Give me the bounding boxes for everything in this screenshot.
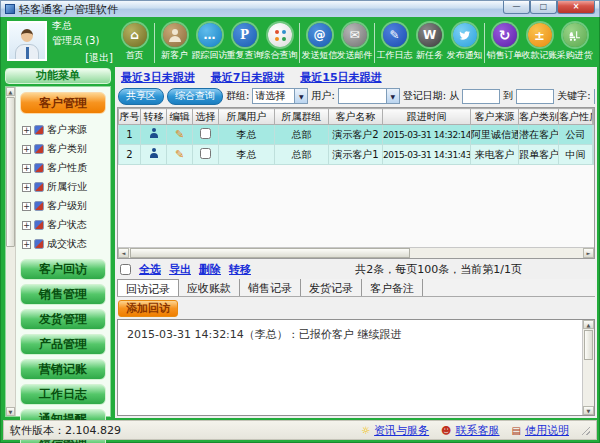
close-button[interactable]: × [557,1,595,14]
tree-item-deal-status[interactable]: + 成交状态 [22,237,106,251]
toolbar-new-task[interactable]: W 新任务 [412,23,447,62]
date-from-input[interactable] [462,89,500,104]
scroll-left-icon[interactable]: ◄ [118,248,129,258]
toolbar-multi-query[interactable]: 综合查询 [262,23,297,62]
col-category[interactable]: 客户类别 [519,109,559,125]
export-link[interactable]: 导出 [169,262,191,277]
sidebar-button-shipping-mgmt[interactable]: 发货管理 [20,309,106,330]
toolbar-home[interactable]: ⌂ 首页 [117,23,152,62]
col-owner[interactable]: 所属用户 [219,109,275,125]
col-no[interactable]: 序号 [119,109,141,125]
tree-item-customer-status[interactable]: + 客户状态 [22,218,106,232]
sidebar-scrollbar[interactable]: ▲ ▼ [6,87,16,416]
maximize-button[interactable]: □ [530,1,557,14]
manual-link[interactable]: 使用说明 [525,423,569,438]
col-edit[interactable]: 编辑 [167,109,193,125]
scroll-down-icon[interactable]: ▼ [6,407,15,416]
expand-icon[interactable]: + [22,221,31,230]
tree-item-industry[interactable]: + 所属行业 [22,180,106,194]
expand-icon[interactable]: + [22,126,31,135]
toolbar-work-log[interactable]: ✎ 工作日志 [377,23,412,62]
expand-icon[interactable]: + [22,202,31,211]
expand-icon[interactable]: + [22,240,31,249]
toolbar-new-customer[interactable]: 新客户 [157,23,192,62]
user-select[interactable]: ▼ [338,88,400,104]
multi-query-button[interactable]: 综合查询 [167,88,223,105]
scrollbar-thumb[interactable] [584,330,593,360]
col-source[interactable]: 客户来源 [471,109,519,125]
scroll-down-icon[interactable]: ▼ [583,406,594,415]
group-select[interactable]: 请选择 ▼ [252,88,308,104]
toolbar-send-sms[interactable]: @ 发送短信 [302,23,337,62]
transfer-icon[interactable] [149,128,159,139]
scrollbar-thumb[interactable] [6,97,15,247]
row-checkbox[interactable] [200,148,211,159]
scrollbar-track[interactable] [583,361,594,406]
col-select[interactable]: 选择 [193,109,219,125]
scroll-up-icon[interactable]: ▲ [583,320,594,329]
edit-icon[interactable]: ✎ [175,128,184,141]
tree-item-customer-level[interactable]: + 客户级别 [22,199,106,213]
col-group[interactable]: 所属群组 [275,109,329,125]
tree-item-customer-nature[interactable]: + 客户性质 [22,161,106,175]
keyword-input[interactable] [594,89,595,104]
edit-icon[interactable]: ✎ [175,148,184,161]
transfer-link[interactable]: 转移 [229,262,251,277]
scrollbar-thumb[interactable] [130,248,410,258]
sidebar-button-product-mgmt[interactable]: 产品管理 [20,334,106,355]
scroll-right-icon[interactable]: ► [583,248,594,258]
logout-link[interactable]: [退出] [85,51,113,65]
toolbar-publish-notice[interactable]: 发布通知 [447,23,482,62]
visit-note-text: 2015-03-31 14:32:14（李总）：已报价客户 继续跟进 [118,320,582,415]
info-service-link[interactable]: 资讯与服务 [374,423,429,438]
vertical-scrollbar[interactable]: ▲ ▼ [582,320,594,415]
transfer-icon[interactable] [149,148,159,159]
scrollbar-track[interactable] [6,248,15,407]
toolbar-purchase[interactable]: 采购进货 [557,23,592,62]
select-all-checkbox[interactable] [120,264,131,275]
sidebar-button-marketing-account[interactable]: 营销记账 [20,359,106,380]
scrollbar-track[interactable] [411,248,583,258]
select-all-link[interactable]: 全选 [139,262,161,277]
link-15days-unfollowed[interactable]: 最近15日未跟进 [300,70,381,85]
toolbar-follow-visit[interactable]: … 跟踪回访 [192,23,227,62]
minimize-button[interactable]: — [503,1,530,14]
sidebar-button-customer-visit[interactable]: 客户回访 [20,259,106,280]
toolbar-sales-order[interactable]: ↻ 销售订单 [487,23,522,62]
expand-icon[interactable]: + [22,164,31,173]
link-3days-unfollowed[interactable]: 最近3日未跟进 [121,70,195,85]
resize-grip[interactable] [581,426,590,435]
col-transfer[interactable]: 转移 [141,109,167,125]
col-follow-time[interactable]: 跟进时间 [383,109,471,125]
date-to-input[interactable] [516,89,554,104]
expand-icon[interactable]: + [22,183,31,192]
col-customer-name[interactable]: 客户名称 [329,109,383,125]
sidebar-button-sales-mgmt[interactable]: 销售管理 [20,284,106,305]
delete-link[interactable]: 删除 [199,262,221,277]
toolbar-payment-account[interactable]: ± 收款记账 [522,23,557,62]
sidebar-button-customer-mgmt[interactable]: 客户管理 [20,92,106,114]
chevron-down-icon[interactable]: ▼ [386,89,399,103]
col-nature[interactable]: 客户性质 [559,109,593,125]
contact-support-link[interactable]: 联系客服 [456,423,500,438]
chevron-down-icon[interactable]: ▼ [294,89,307,103]
toolbar-send-mail[interactable]: ✉ 发送邮件 [337,23,372,62]
tab-sales-records[interactable]: 销售记录 [240,279,301,296]
toolbar-duplicate-query[interactable]: P 重复查询 [227,23,262,62]
expand-icon[interactable]: + [22,145,31,154]
scroll-up-icon[interactable]: ▲ [6,87,15,96]
add-visit-button[interactable]: 添加回访 [118,300,178,317]
tab-visit-records[interactable]: 回访记录 [117,279,179,296]
tree-item-customer-source[interactable]: + 客户来源 [22,123,106,137]
horizontal-scrollbar[interactable]: ◄ ► [118,247,594,258]
tab-shipping-records[interactable]: 发货记录 [301,279,362,296]
link-7days-unfollowed[interactable]: 最近7日未跟进 [211,70,285,85]
sidebar-button-work-log[interactable]: 工作日志 [20,384,106,405]
tree-item-customer-category[interactable]: + 客户类别 [22,142,106,156]
row-checkbox[interactable] [200,128,211,139]
table-row[interactable]: 1 ✎ 李总 总部 演示客户2 2015-03-31 14:32:14 阿里诚信… [119,125,594,145]
share-area-button[interactable]: 共享区 [118,88,164,105]
table-row[interactable]: 2 ✎ 李总 总部 演示客户1 2015-03-31 14:31:43 来电客户… [119,145,594,165]
tab-receivables[interactable]: 应收账款 [179,279,240,296]
tab-customer-notes[interactable]: 客户备注 [362,279,423,296]
